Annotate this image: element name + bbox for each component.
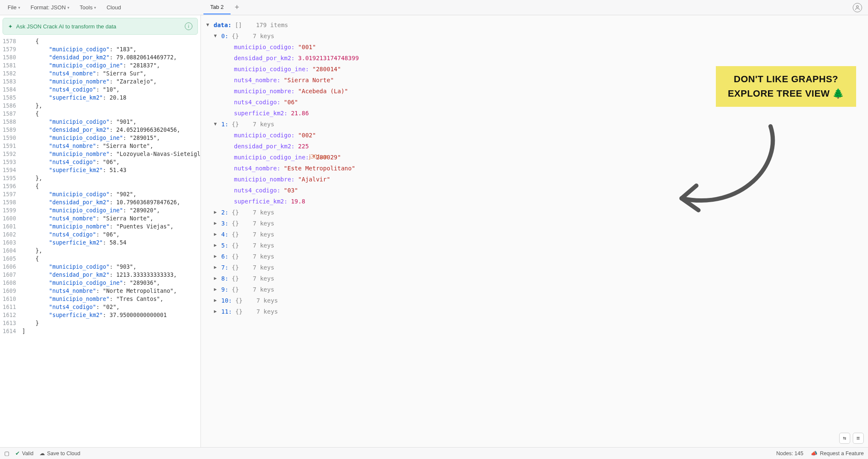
tree-row[interactable]: ▶8: {} 7 keys	[203, 273, 862, 284]
chevron-down-icon: ▾	[94, 6, 96, 10]
status-valid: ✔Valid	[15, 450, 33, 456]
tree-row[interactable]: ▶10: {} 7 keys	[203, 295, 862, 306]
toggle-icon[interactable]: ▶	[213, 306, 218, 317]
info-icon[interactable]: i	[185, 22, 192, 30]
toggle-icon[interactable]: ▶	[213, 240, 218, 251]
tree-view-pane: ▼data: [] 179 items▼0: {} 7 keysmunicipi…	[201, 15, 868, 447]
megaphone-icon: 📣	[811, 450, 818, 456]
add-tab-button[interactable]: +	[231, 1, 244, 14]
cloud-menu[interactable]: Cloud	[102, 2, 125, 13]
toggle-icon[interactable]: ▶	[213, 295, 218, 306]
tools-menu[interactable]: Tools▾	[75, 2, 100, 13]
cloud-icon: ☁	[39, 450, 45, 456]
toggle-icon[interactable]: ▶	[213, 251, 218, 262]
toggle-icon[interactable]: ▶	[213, 262, 218, 273]
toggle-icon[interactable]: ▶	[213, 284, 218, 295]
toggle-icon[interactable]: ▼	[213, 31, 218, 42]
tree-row[interactable]: municipio_codigo: "002"	[203, 130, 862, 141]
top-menu-bar: File▾ Format: JSON▾ Tools▾ Cloud Tab 2 +	[0, 0, 868, 15]
tree-row[interactable]: ▼data: [] 179 items	[203, 19, 862, 31]
tree-row[interactable]: ▶7: {} 7 keys	[203, 262, 862, 273]
toggle-icon[interactable]: ▼	[205, 19, 210, 31]
tree-row[interactable]: ▶3: {} 7 keys	[203, 218, 862, 229]
toggle-icon[interactable]: ▶	[213, 218, 218, 229]
code-editor-pane: ✦ Ask JSON Crack AI to transform the dat…	[0, 15, 201, 447]
nodes-count: Nodes: 145	[776, 450, 804, 456]
tree-row[interactable]: ▶5: {} 7 keys	[203, 240, 862, 251]
list-view-button[interactable]: ≡	[853, 433, 864, 444]
save-to-cloud[interactable]: ☁Save to Cloud	[39, 450, 81, 456]
tree-row[interactable]: ▶11: {} 7 keys	[203, 306, 862, 317]
toggle-icon[interactable]: ▶	[213, 207, 218, 218]
tree-row[interactable]: nuts4_codigo: "03"	[203, 185, 862, 196]
tree-row[interactable]: ▶6: {} 7 keys	[203, 251, 862, 262]
tree-row[interactable]: superficie_km2: 19.8	[203, 196, 862, 207]
tree-row[interactable]: nuts4_nombre: "Este Metropolitano"	[203, 163, 862, 174]
toggle-icon[interactable]: ▼	[213, 119, 218, 130]
user-account-icon[interactable]	[853, 3, 862, 12]
chevron-down-icon: ▾	[18, 6, 20, 10]
json-editor[interactable]: 1578 {1579 "municipio_codigo": "183",158…	[0, 37, 200, 339]
tree-row[interactable]: ▼0: {} 7 keys	[203, 31, 862, 42]
request-feature[interactable]: 📣Request a Feature	[811, 450, 864, 456]
sparkle-icon: ✦	[8, 23, 13, 30]
tree-row[interactable]: densidad_por_km2: 225	[203, 141, 862, 152]
ai-banner-text: Ask JSON Crack AI to transform the data	[16, 23, 116, 30]
tree-row[interactable]: densidad_por_km2: 3.019213174748399	[203, 53, 862, 64]
status-bar: ▢ ✔Valid ☁Save to Cloud Nodes: 145 📣Requ…	[0, 447, 868, 459]
promo-callout: DON'T LIKE GRAPHS? EXPLORE TREE VIEW 🌲	[716, 66, 856, 107]
watermark-text: j301.cn	[309, 151, 328, 162]
tree-row[interactable]: municipio_nombre: "Ajalvir"	[203, 174, 862, 185]
tree-row[interactable]: municipio_codigo_ine: "280029"	[203, 152, 862, 163]
share-button[interactable]: ⇆	[839, 433, 850, 444]
toggle-icon[interactable]: ▶	[213, 229, 218, 240]
format-menu[interactable]: Format: JSON▾	[26, 2, 74, 13]
file-menu[interactable]: File▾	[3, 2, 25, 13]
tree-row[interactable]: ▶4: {} 7 keys	[203, 229, 862, 240]
ai-transform-banner[interactable]: ✦ Ask JSON Crack AI to transform the dat…	[3, 18, 198, 35]
tree-row[interactable]: superficie_km2: 21.86	[203, 108, 862, 119]
tree-row[interactable]: ▶2: {} 7 keys	[203, 207, 862, 218]
sidebar-toggle[interactable]: ▢	[4, 450, 9, 456]
tree-row[interactable]: ▶9: {} 7 keys	[203, 284, 862, 295]
tab-2[interactable]: Tab 2	[203, 0, 231, 14]
tree-row[interactable]: municipio_codigo: "001"	[203, 42, 862, 53]
toggle-icon[interactable]: ▶	[213, 273, 218, 284]
chevron-down-icon: ▾	[67, 6, 70, 10]
tree-row[interactable]: ▼1: {} 7 keys	[203, 119, 862, 130]
svg-point-0	[857, 6, 859, 8]
